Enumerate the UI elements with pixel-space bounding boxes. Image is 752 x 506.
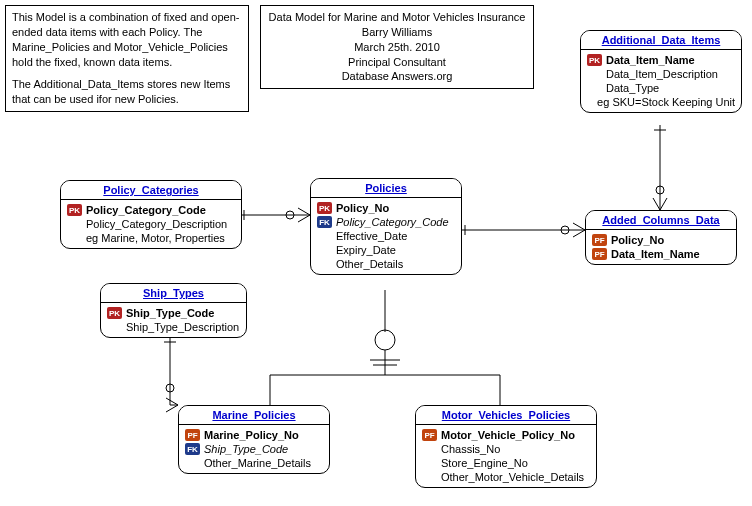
attr: Policy_Category_Code — [336, 216, 449, 228]
erd-canvas: This Model is a combination of fixed and… — [0, 0, 752, 506]
attr-row: PKPolicy_Category_Code — [67, 203, 235, 217]
attr-row: PFData_Item_Name — [592, 247, 730, 261]
attr: Policy_No — [611, 234, 664, 246]
entity-header: Motor_Vehicles_Policies — [416, 406, 596, 425]
attr-row: eg SKU=Stock Keeping Unit — [587, 95, 735, 109]
entity-header: Policies — [311, 179, 461, 198]
attr: Data_Item_Name — [611, 248, 700, 260]
header-author: Barry Williams — [267, 25, 527, 40]
svg-line-2 — [298, 208, 310, 215]
pk-icon: PK — [317, 202, 332, 214]
entity-header: Ship_Types — [101, 284, 246, 303]
attr: Other_Marine_Details — [204, 457, 311, 469]
fk-icon: FK — [185, 443, 200, 455]
entity-ship-types: Ship_Types PKShip_Type_Code Ship_Type_De… — [100, 283, 247, 338]
svg-line-27 — [166, 405, 178, 412]
attr: Policy_No — [336, 202, 389, 214]
entity-header: Added_Columns_Data — [586, 211, 736, 230]
pf-icon: PF — [592, 234, 607, 246]
pk-icon: PK — [107, 307, 122, 319]
attr: Data_Type — [606, 82, 659, 94]
attr-row: Ship_Type_Description — [107, 320, 240, 334]
attr-row: Policy_Category_Description — [67, 217, 235, 231]
header-role: Principal Consultant — [267, 55, 527, 70]
attr: Marine_Policy_No — [204, 429, 299, 441]
attr-row: PKShip_Type_Code — [107, 306, 240, 320]
svg-point-28 — [166, 384, 174, 392]
intro-text-2: The Additional_Data_Items stores new Ite… — [12, 77, 242, 107]
attr-row: PFPolicy_No — [592, 233, 730, 247]
attr: eg SKU=Stock Keeping Unit — [597, 96, 735, 108]
attr-row: PKPolicy_No — [317, 201, 455, 215]
entity-header: Additional_Data_Items — [581, 31, 741, 50]
attr-row: Expiry_Date — [317, 243, 455, 257]
attr-row: Store_Engine_No — [422, 456, 590, 470]
entity-added-columns-data: Added_Columns_Data PFPolicy_No PFData_It… — [585, 210, 737, 265]
attr-row: Other_Details — [317, 257, 455, 271]
attr-row: eg Marine, Motor, Properties — [67, 231, 235, 245]
attr: Data_Item_Name — [606, 54, 695, 66]
svg-point-14 — [656, 186, 664, 194]
svg-line-8 — [573, 230, 585, 237]
svg-line-3 — [298, 215, 310, 222]
attr-row: Other_Marine_Details — [185, 456, 323, 470]
header-title: Data Model for Marine and Motor Vehicles… — [267, 10, 527, 25]
attr-row: FKPolicy_Category_Code — [317, 215, 455, 229]
attr: Other_Motor_Vehicle_Details — [441, 471, 584, 483]
attr-row: Chassis_No — [422, 442, 590, 456]
entity-motor-vehicles-policies: Motor_Vehicles_Policies PFMotor_Vehicle_… — [415, 405, 597, 488]
pf-icon: PF — [185, 429, 200, 441]
pk-icon: PK — [587, 54, 602, 66]
header-box: Data Model for Marine and Motor Vehicles… — [260, 5, 534, 89]
entity-policy-categories: Policy_Categories PKPolicy_Category_Code… — [60, 180, 242, 249]
svg-line-26 — [166, 398, 178, 405]
attr-row: FKShip_Type_Code — [185, 442, 323, 456]
entity-policies: Policies PKPolicy_No FKPolicy_Category_C… — [310, 178, 462, 275]
attr: Ship_Type_Code — [204, 443, 288, 455]
attr: Motor_Vehicle_Policy_No — [441, 429, 575, 441]
svg-line-12 — [653, 198, 660, 210]
svg-line-13 — [660, 198, 667, 210]
attr: Chassis_No — [441, 443, 500, 455]
attr-row: PFMotor_Vehicle_Policy_No — [422, 428, 590, 442]
attr: Ship_Type_Description — [126, 321, 239, 333]
attr: Other_Details — [336, 258, 403, 270]
attr: Ship_Type_Code — [126, 307, 214, 319]
pf-icon: PF — [422, 429, 437, 441]
pf-icon: PF — [592, 248, 607, 260]
entity-header: Policy_Categories — [61, 181, 241, 200]
fk-icon: FK — [317, 216, 332, 228]
attr: Policy_Category_Description — [86, 218, 227, 230]
attr-row: PKData_Item_Name — [587, 53, 735, 67]
attr: Data_Item_Description — [606, 68, 718, 80]
attr: Expiry_Date — [336, 244, 396, 256]
attr: Policy_Category_Code — [86, 204, 206, 216]
svg-point-4 — [286, 211, 294, 219]
entity-additional-data-items: Additional_Data_Items PKData_Item_Name D… — [580, 30, 742, 113]
header-date: March 25th. 2010 — [267, 40, 527, 55]
attr: eg Marine, Motor, Properties — [86, 232, 225, 244]
svg-line-7 — [573, 223, 585, 230]
attr-row: Other_Motor_Vehicle_Details — [422, 470, 590, 484]
attr: Store_Engine_No — [441, 457, 528, 469]
pk-icon: PK — [67, 204, 82, 216]
svg-point-9 — [561, 226, 569, 234]
header-source: Database Answers.org — [267, 69, 527, 84]
attr: Effective_Date — [336, 230, 407, 242]
attr-row: PFMarine_Policy_No — [185, 428, 323, 442]
entity-header: Marine_Policies — [179, 406, 329, 425]
entity-marine-policies: Marine_Policies PFMarine_Policy_No FKShi… — [178, 405, 330, 474]
intro-note: This Model is a combination of fixed and… — [5, 5, 249, 112]
attr-row: Effective_Date — [317, 229, 455, 243]
svg-point-16 — [375, 330, 395, 350]
intro-text-1: This Model is a combination of fixed and… — [12, 10, 242, 69]
attr-row: Data_Item_Description — [587, 67, 735, 81]
attr-row: Data_Type — [587, 81, 735, 95]
